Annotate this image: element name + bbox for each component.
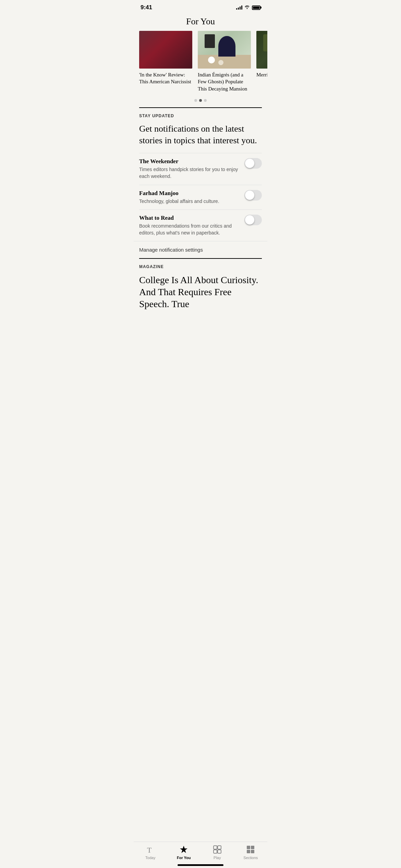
article-image-3 (256, 31, 267, 69)
notification-weekender: The Weekender Times editors handpick sto… (139, 153, 262, 184)
manage-notifications-link[interactable]: Manage notification settings (134, 241, 267, 258)
what-to-read-toggle-knob (245, 215, 254, 225)
page-title: For You (141, 16, 260, 27)
weekender-desc: Times editors handpick stories for you t… (139, 166, 239, 180)
farhad-title: Farhad Manjoo (139, 190, 239, 197)
article-image-1 (139, 31, 192, 69)
what-to-read-toggle[interactable] (244, 215, 262, 225)
farhad-toggle-knob (245, 191, 254, 200)
battery-icon (252, 5, 260, 10)
dot-2 (199, 99, 202, 102)
notification-farhad-text: Farhad Manjoo Technology, global affairs… (139, 190, 244, 205)
stay-updated-headline: Get notifications on the latest stories … (139, 123, 262, 146)
stay-updated-label: STAY UPDATED (139, 113, 262, 118)
signal-icon (236, 5, 242, 10)
wifi-icon (244, 5, 250, 10)
article-image-2 (198, 31, 251, 69)
notification-farhad: Farhad Manjoo Technology, global affairs… (139, 185, 262, 210)
status-time: 9:41 (141, 4, 152, 11)
weekender-title: The Weekender (139, 158, 239, 165)
page-title-container: For You (134, 14, 267, 31)
farhad-desc: Technology, global affairs and culture. (139, 198, 239, 205)
farhad-toggle[interactable] (244, 190, 262, 201)
status-icons (236, 5, 260, 10)
magazine-section: MAGAZINE College Is All About Curiosity.… (134, 259, 267, 310)
notification-what-to-read: What to Read Book recommendations from o… (139, 209, 262, 241)
article-card-1[interactable]: 'In the Know' Review: This American Narc… (139, 31, 192, 92)
dot-3 (204, 99, 207, 102)
what-to-read-title: What to Read (139, 215, 239, 221)
article-card-2[interactable]: Indian Émigrés (and a Few Ghosts) Popula… (198, 31, 251, 92)
article-title-2: Indian Émigrés (and a Few Ghosts) Popula… (198, 71, 251, 92)
magazine-headline[interactable]: College Is All About Curiosity. And That… (139, 274, 262, 310)
weekender-toggle[interactable] (244, 158, 262, 169)
article-title-3: Merrily (Meatba… (256, 71, 267, 78)
article-card-3[interactable]: Merrily (Meatba… (256, 31, 267, 92)
scroll-indicator (134, 96, 267, 107)
dot-1 (194, 99, 197, 102)
status-bar: 9:41 (134, 0, 267, 14)
what-to-read-desc: Book recommendations from our critics an… (139, 223, 239, 236)
weekender-toggle-knob (245, 159, 254, 168)
stay-updated-section: STAY UPDATED Get notifications on the la… (134, 108, 267, 241)
magazine-label: MAGAZINE (139, 264, 262, 269)
article-title-1: 'In the Know' Review: This American Narc… (139, 71, 192, 85)
notification-what-to-read-text: What to Read Book recommendations from o… (139, 215, 244, 236)
articles-scroll[interactable]: 'In the Know' Review: This American Narc… (134, 31, 267, 96)
notification-weekender-text: The Weekender Times editors handpick sto… (139, 158, 244, 180)
